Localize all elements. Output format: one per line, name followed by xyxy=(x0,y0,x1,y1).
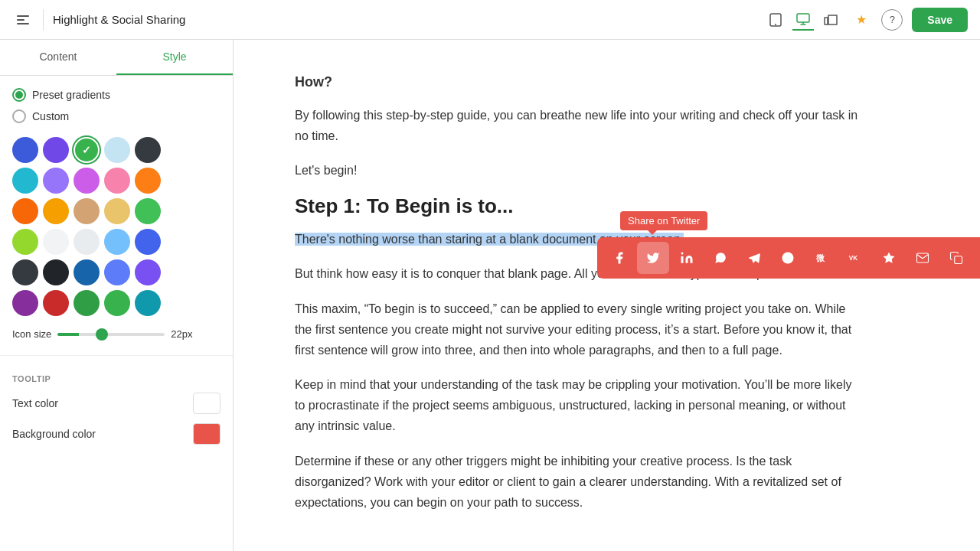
svg-text:微: 微 xyxy=(815,253,825,262)
svg-rect-2 xyxy=(17,23,29,24)
color-swatch-3[interactable] xyxy=(104,137,130,163)
color-swatch-17[interactable] xyxy=(74,229,100,255)
color-swatch-6[interactable] xyxy=(43,168,69,194)
tooltip-header: TOOLTIP xyxy=(12,374,220,383)
save-button[interactable]: Save xyxy=(912,8,968,32)
paragraph-5: Keep in mind that your understanding of … xyxy=(295,374,861,437)
bg-color-row: Background color xyxy=(12,423,220,445)
share-tooltip: Share on Twitter xyxy=(620,211,707,230)
color-swatch-29[interactable] xyxy=(135,290,161,316)
color-swatch-22[interactable] xyxy=(74,259,100,285)
preset-label: Preset gradients xyxy=(32,89,110,101)
tab-style[interactable]: Style xyxy=(116,40,233,75)
color-swatch-28[interactable] xyxy=(104,290,130,316)
bg-color-label: Background color xyxy=(12,428,96,440)
color-swatch-15[interactable] xyxy=(12,229,38,255)
custom-label: Custom xyxy=(32,110,69,122)
color-grid xyxy=(12,131,220,322)
color-swatch-23[interactable] xyxy=(104,259,130,285)
facebook-share-button[interactable] xyxy=(603,242,635,274)
star-icon[interactable]: ★ xyxy=(851,9,872,31)
desktop-icon[interactable] xyxy=(792,9,814,31)
color-swatch-14[interactable] xyxy=(135,198,161,224)
color-swatch-26[interactable] xyxy=(43,290,69,316)
svg-rect-5 xyxy=(797,14,809,22)
color-swatch-18[interactable] xyxy=(104,229,130,255)
color-swatch-4[interactable] xyxy=(135,137,161,163)
panel-divider xyxy=(0,355,233,356)
color-swatch-21[interactable] xyxy=(43,259,69,285)
color-swatch-9[interactable] xyxy=(135,168,161,194)
icon-size-label: Icon size xyxy=(12,328,51,340)
svg-rect-12 xyxy=(955,256,962,264)
color-swatch-7[interactable] xyxy=(74,168,100,194)
color-swatch-10[interactable] xyxy=(12,198,38,224)
color-swatch-8[interactable] xyxy=(104,168,130,194)
slider-container: 22px xyxy=(57,328,220,340)
color-swatch-13[interactable] xyxy=(104,198,130,224)
help-button[interactable]: ? xyxy=(881,9,903,31)
share-toolbar-wrapper: Share on Twitter xyxy=(597,237,980,279)
email-share-button[interactable] xyxy=(906,242,939,274)
color-swatch-20[interactable] xyxy=(12,259,38,285)
top-bar-icons: ★ ? Save xyxy=(851,8,968,32)
svg-rect-0 xyxy=(17,15,29,17)
step-1-heading: Step 1: To Begin is to... xyxy=(295,194,861,218)
color-swatch-11[interactable] xyxy=(43,198,69,224)
bg-color-swatch[interactable] xyxy=(193,423,220,445)
color-swatch-16[interactable] xyxy=(43,229,69,255)
divider xyxy=(43,9,44,31)
color-swatch-12[interactable] xyxy=(74,198,100,224)
top-bar: Highlight & Social Sharing ★ ? Save xyxy=(0,0,980,40)
svg-point-6 xyxy=(681,253,684,255)
color-swatch-0[interactable] xyxy=(12,137,38,163)
svg-rect-1 xyxy=(17,19,24,21)
icon-size-value: 22px xyxy=(171,328,194,340)
preset-radio-row[interactable]: Preset gradients xyxy=(12,88,220,102)
color-swatch-2[interactable] xyxy=(74,137,100,163)
copy-share-button[interactable] xyxy=(940,242,972,274)
paragraph-2: Let's begin! xyxy=(295,160,861,181)
color-swatch-24[interactable] xyxy=(135,259,161,285)
audio-share-button[interactable] xyxy=(974,242,980,274)
svg-text:VK: VK xyxy=(849,255,858,262)
color-swatch-27[interactable] xyxy=(74,290,100,316)
tumblr-share-button[interactable] xyxy=(873,242,905,274)
tablet-icon[interactable] xyxy=(765,9,786,31)
back-button[interactable] xyxy=(12,9,34,31)
tab-bar: Content Style xyxy=(0,40,233,76)
article: How? By following this step-by-step guid… xyxy=(234,40,923,551)
how-heading: How? xyxy=(295,70,861,94)
icon-size-row: Icon size 22px xyxy=(12,328,220,340)
paragraph-4: This maxim, “To begin is to succeed,” ca… xyxy=(295,298,861,361)
responsive-icon[interactable] xyxy=(820,9,841,31)
text-color-label: Text color xyxy=(12,397,58,409)
main-layout: Content Style Preset gradients Custom Ic… xyxy=(0,40,980,551)
telegram-share-button[interactable] xyxy=(738,242,770,274)
svg-point-4 xyxy=(775,24,776,25)
reddit-share-button[interactable]: r/ xyxy=(772,242,804,274)
text-color-row: Text color xyxy=(12,393,220,414)
color-swatch-19[interactable] xyxy=(135,229,161,255)
color-swatch-25[interactable] xyxy=(12,290,38,316)
twitter-share-button[interactable] xyxy=(637,242,669,274)
color-swatch-5[interactable] xyxy=(12,168,38,194)
color-swatch-1[interactable] xyxy=(43,137,69,163)
content-area: Share on Twitter xyxy=(234,40,980,551)
share-icons-bar: r/ 微 VK xyxy=(597,237,980,279)
page-title: Highlight & Social Sharing xyxy=(53,13,756,26)
whatsapp-share-button[interactable] xyxy=(704,242,737,274)
weibo-share-button[interactable]: 微 xyxy=(805,242,838,274)
gradient-options: Preset gradients Custom Icon size 22px xyxy=(0,76,233,352)
paragraph-1: By following this step-by-step guide, yo… xyxy=(295,105,861,146)
preset-radio[interactable] xyxy=(12,88,26,102)
linkedin-share-button[interactable] xyxy=(671,242,703,274)
icon-size-slider[interactable] xyxy=(57,333,165,336)
custom-radio-row[interactable]: Custom xyxy=(12,109,220,123)
vk-share-button[interactable]: VK xyxy=(839,242,871,274)
tooltip-section: TOOLTIP Text color Background color xyxy=(0,359,233,466)
device-icons xyxy=(765,9,841,31)
text-color-swatch[interactable] xyxy=(193,393,220,414)
custom-radio[interactable] xyxy=(12,109,26,123)
tab-content[interactable]: Content xyxy=(0,40,116,75)
